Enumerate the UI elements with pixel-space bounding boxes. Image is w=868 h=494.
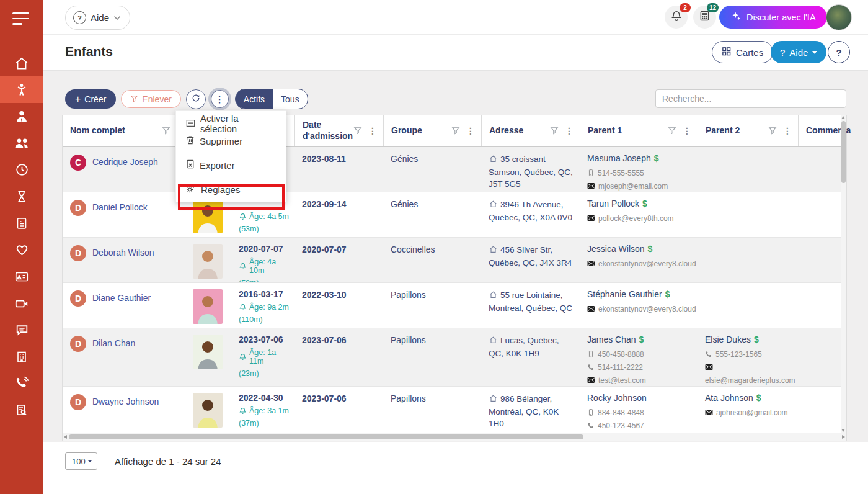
child-photo bbox=[193, 289, 223, 324]
parent1-cell: Masuma Joseph$514-555-5555mjoseph@email.… bbox=[580, 147, 698, 192]
phone-icon bbox=[705, 351, 712, 358]
search-input[interactable] bbox=[655, 89, 846, 108]
contact-line: mjoseph@email.com bbox=[587, 179, 693, 192]
help-dropdown-button[interactable]: ? Aide bbox=[771, 41, 826, 63]
child-name-link[interactable]: Deborah Wilson bbox=[92, 245, 154, 258]
chat-with-ai-button[interactable]: Discuter avec l'IA bbox=[719, 6, 827, 29]
filter-icon[interactable] bbox=[451, 127, 460, 135]
filter-icon[interactable] bbox=[550, 127, 559, 135]
menu-item-supprimer[interactable]: Supprimer bbox=[176, 132, 286, 150]
email-icon bbox=[705, 409, 713, 416]
table-row[interactable]: DDeborah Wilson2020-07-07Âge: 4a 10m(58m… bbox=[63, 238, 846, 283]
billing-terminal-button[interactable]: 12 bbox=[693, 6, 716, 29]
actions-dropdown-menu: Activer la sélection Supprimer Exporter … bbox=[175, 110, 286, 202]
menu-item-reglages[interactable]: Réglages bbox=[176, 181, 286, 198]
menu-item-activer-selection[interactable]: Activer la sélection bbox=[176, 115, 286, 132]
sidebar-item-waitlist[interactable] bbox=[0, 183, 43, 210]
sidebar-item-daycare[interactable] bbox=[0, 343, 43, 370]
column-header-date-admission[interactable]: Date d'admission ⋮ bbox=[294, 115, 383, 146]
email-icon bbox=[587, 260, 595, 267]
vertical-scroll-thumb[interactable] bbox=[841, 121, 846, 183]
sidebar-item-children[interactable] bbox=[0, 76, 43, 103]
child-photo bbox=[193, 393, 223, 428]
sidebar-item-attendance[interactable] bbox=[0, 156, 43, 183]
sidebar-item-home[interactable] bbox=[0, 50, 43, 76]
topbar-help-dropdown[interactable]: ? Aide bbox=[65, 6, 130, 30]
child-name-link[interactable]: Diane Gauthier bbox=[92, 290, 151, 303]
question-circle-icon: ? bbox=[73, 11, 86, 24]
parent1-cell: Jessica Wilson$ekonstantynov@every8.clou… bbox=[580, 238, 698, 282]
sidebar-item-messages[interactable] bbox=[0, 317, 43, 343]
column-menu-icon[interactable]: ⋮ bbox=[683, 126, 691, 136]
menu-item-exporter[interactable]: Exporter bbox=[176, 156, 286, 174]
table-row[interactable]: DDwayne Johnson2022-04-30Âge: 3a 1m(37m)… bbox=[63, 387, 846, 438]
filter-actifs[interactable]: Actifs bbox=[236, 89, 273, 109]
column-header-parent2[interactable]: Parent 2 ⋮ bbox=[698, 115, 798, 146]
group-name: Papillons bbox=[391, 393, 426, 403]
page-size-select[interactable]: 100 bbox=[65, 452, 97, 470]
phone-ring-icon bbox=[14, 375, 30, 391]
footer-band bbox=[43, 442, 868, 494]
create-button[interactable]: + Créer bbox=[65, 89, 116, 109]
column-menu-icon[interactable]: ⋮ bbox=[368, 126, 377, 136]
contact-line: ekonstantynov@every8.cloud bbox=[587, 302, 693, 315]
sidebar-item-families[interactable] bbox=[0, 130, 43, 156]
child-name-link[interactable]: Daniel Pollock bbox=[92, 200, 148, 212]
more-actions-button[interactable]: ⋮ bbox=[211, 90, 229, 108]
column-header-groupe[interactable]: Groupe ⋮ bbox=[383, 115, 481, 146]
horizontal-scroll-thumb[interactable] bbox=[69, 434, 583, 439]
remove-filter-button[interactable]: Enlever bbox=[121, 90, 180, 108]
chevron-down-icon bbox=[113, 16, 121, 20]
scroll-right-arrow[interactable] bbox=[842, 435, 845, 439]
vertical-scrollbar[interactable] bbox=[841, 115, 846, 433]
address-cell: 55 rue Lointaine, Montreal, Québec, QC bbox=[481, 283, 580, 328]
video-camera-icon bbox=[14, 295, 30, 312]
table-row[interactable]: DDilan Chan2023-07-06Âge: 1a 11m(23m)202… bbox=[63, 328, 846, 387]
table-row[interactable]: DDiane Gauthier2016-03-17Âge: 9a 2m(110m… bbox=[63, 283, 846, 328]
child-name-link[interactable]: Cedrique Joseph bbox=[92, 155, 158, 167]
filter-icon[interactable] bbox=[668, 127, 676, 135]
column-header-adresse[interactable]: Adresse ⋮ bbox=[481, 115, 580, 146]
sidebar-item-calls[interactable] bbox=[0, 370, 43, 397]
address-text: 55 rue Lointaine, Montreal, Québec, QC bbox=[489, 290, 572, 313]
contact-line: 514-555-5555 bbox=[587, 166, 693, 179]
filter-icon[interactable] bbox=[162, 127, 170, 135]
child-name-link[interactable]: Dilan Chan bbox=[92, 336, 135, 348]
bell-icon bbox=[239, 263, 247, 271]
sidebar-item-reports[interactable] bbox=[0, 397, 43, 423]
notifications-button[interactable]: 2 bbox=[665, 6, 688, 29]
refresh-button[interactable] bbox=[186, 89, 206, 109]
column-header-parent1[interactable]: Parent 1 ⋮ bbox=[580, 115, 698, 146]
birth-date: 2023-07-06 bbox=[239, 335, 290, 344]
horizontal-scrollbar[interactable] bbox=[63, 433, 846, 441]
filter-tous[interactable]: Tous bbox=[273, 89, 308, 109]
child-name-link[interactable]: Dwayne Johnson bbox=[92, 394, 159, 406]
topbar: ? Aide 2 12 Discuter avec l'IA bbox=[43, 0, 868, 35]
column-menu-icon[interactable]: ⋮ bbox=[565, 126, 574, 136]
sidebar-item-id-cards[interactable] bbox=[0, 263, 43, 290]
mobile-icon bbox=[587, 408, 595, 416]
column-menu-icon[interactable]: ⋮ bbox=[783, 126, 792, 136]
column-header-nom-complet[interactable]: Nom complet bbox=[63, 115, 177, 146]
house-icon bbox=[489, 155, 498, 166]
parent2-cell bbox=[698, 147, 798, 192]
child-icon bbox=[14, 82, 30, 98]
filter-icon[interactable] bbox=[768, 127, 777, 135]
cards-button[interactable]: Cartes bbox=[712, 41, 773, 63]
filter-icon[interactable] bbox=[353, 127, 362, 135]
sidebar-item-cameras[interactable] bbox=[0, 290, 43, 317]
column-header-commentaires[interactable]: Commenta bbox=[798, 115, 846, 146]
help-circle-button[interactable]: ? bbox=[828, 41, 850, 63]
scroll-up-arrow[interactable] bbox=[841, 116, 845, 119]
user-avatar[interactable] bbox=[826, 4, 852, 30]
sidebar-item-educators[interactable] bbox=[0, 103, 43, 130]
column-menu-icon[interactable]: ⋮ bbox=[466, 126, 475, 136]
address-text: 35 croissant Samson, Québec, QC, J5T 5G5 bbox=[489, 155, 573, 189]
scroll-down-arrow[interactable] bbox=[841, 429, 845, 432]
group-name: Papillons bbox=[391, 335, 426, 345]
sidebar-item-billing[interactable] bbox=[0, 210, 43, 236]
sidebar-item-health[interactable] bbox=[0, 236, 43, 263]
scroll-left-arrow[interactable] bbox=[64, 435, 67, 439]
house-icon bbox=[489, 290, 498, 302]
hamburger-menu-icon[interactable] bbox=[12, 12, 31, 27]
